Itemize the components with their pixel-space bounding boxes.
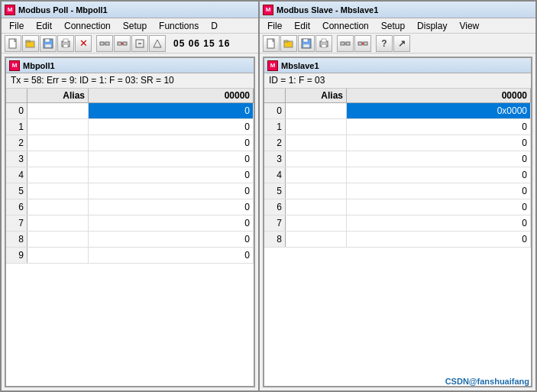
poll-extra2-button[interactable]: [149, 35, 166, 52]
slave-new-button[interactable]: [263, 35, 280, 52]
slave-menu-view[interactable]: View: [453, 19, 485, 33]
slave-toolbar: ? ↗: [260, 34, 535, 53]
slave-cell-alias-1: [286, 119, 347, 134]
slave-menu-bar: File Edit Connection Setup Display View: [260, 18, 535, 34]
poll-open-button[interactable]: [22, 35, 39, 52]
poll-print-button[interactable]: [57, 35, 74, 52]
svg-rect-4: [45, 39, 50, 42]
poll-cell-value-0: 0: [89, 103, 254, 118]
poll-header-alias: Alias: [27, 89, 89, 102]
slave-cell-index-5: 5: [264, 183, 286, 199]
poll-cell-index-2: 2: [6, 135, 27, 151]
slave-grid-header: Alias 00000: [264, 89, 531, 103]
slave-print-button[interactable]: [315, 35, 332, 52]
poll-cell-alias-1: [27, 119, 89, 134]
svg-rect-25: [322, 39, 326, 42]
poll-cell-value-9: 0: [89, 248, 254, 263]
poll-menu-extra[interactable]: D: [205, 19, 224, 33]
slave-row-6[interactable]: 6 0: [264, 199, 531, 215]
poll-cell-alias-7: [27, 215, 89, 231]
svg-rect-13: [123, 42, 127, 45]
slave-menu-file[interactable]: File: [261, 19, 288, 33]
watermark-text: CSDN@fanshuaifang: [445, 377, 529, 386]
slave-sub-title: Mbslave1: [281, 61, 319, 70]
slave-cell-index-2: 2: [264, 135, 286, 151]
slave-menu-display[interactable]: Display: [411, 19, 453, 33]
svg-rect-8: [63, 44, 68, 47]
poll-cell-value-5: 0: [89, 183, 254, 199]
slave-row-1[interactable]: 1 0: [264, 119, 531, 135]
poll-cell-alias-8: [27, 232, 89, 247]
svg-rect-31: [364, 42, 367, 45]
svg-rect-28: [346, 42, 350, 45]
poll-row-7[interactable]: 7 0: [6, 215, 254, 232]
svg-rect-20: [284, 40, 288, 42]
poll-sub-title-bar: M Mbpoll1: [6, 58, 254, 73]
slave-disconnect-button[interactable]: [354, 35, 371, 52]
poll-extra1-button[interactable]: [131, 35, 148, 52]
poll-content: M Mbpoll1 Tx = 58: Err = 9: ID = 1: F = …: [2, 53, 258, 390]
poll-cell-value-6: 0: [89, 199, 254, 215]
poll-row-0[interactable]: 0 0: [6, 103, 254, 119]
slave-save-button[interactable]: [298, 35, 315, 52]
slave-row-7[interactable]: 7 0: [264, 215, 531, 232]
poll-row-6[interactable]: 6 0: [6, 199, 254, 215]
slave-menu-setup[interactable]: Setup: [375, 19, 411, 33]
slave-open-button[interactable]: [280, 35, 297, 52]
poll-row-4[interactable]: 4 0: [6, 167, 254, 183]
poll-sub-icon: M: [9, 60, 20, 71]
slave-status-bar: ID = 1: F = 03: [264, 73, 531, 89]
slave-cell-index-7: 7: [264, 215, 286, 231]
poll-row-1[interactable]: 1 0: [6, 119, 254, 135]
poll-menu-connection[interactable]: Connection: [58, 19, 117, 33]
poll-new-button[interactable]: [5, 35, 21, 52]
poll-connect-button[interactable]: [96, 35, 113, 52]
slave-cell-index-0: 0: [264, 103, 286, 118]
poll-cell-index-1: 1: [6, 119, 27, 134]
slave-cell-alias-4: [286, 167, 347, 183]
slave-menu-edit[interactable]: Edit: [288, 19, 316, 33]
slave-cell-alias-2: [286, 135, 347, 151]
poll-sub-title: Mbpoll1: [23, 61, 55, 70]
poll-row-9[interactable]: 9 0: [6, 248, 254, 264]
poll-disconnect-button[interactable]: [114, 35, 131, 52]
slave-row-8[interactable]: 8 0: [264, 232, 531, 248]
svg-rect-23: [303, 44, 309, 47]
poll-cell-index-6: 6: [6, 199, 27, 215]
poll-cell-index-5: 5: [6, 183, 27, 199]
poll-toolbar: ✕ 05 06 15 16: [2, 34, 258, 53]
poll-row-5[interactable]: 5 0: [6, 183, 254, 199]
slave-cell-value-8: 0: [347, 232, 531, 247]
slave-cell-value-7: 0: [347, 215, 531, 231]
poll-save-button[interactable]: [40, 35, 57, 52]
slave-help-button[interactable]: ?: [376, 35, 393, 52]
poll-cell-alias-5: [27, 183, 89, 199]
slave-help2-button[interactable]: ↗: [393, 35, 410, 52]
slave-header-value: 00000: [347, 89, 531, 102]
poll-cell-value-7: 0: [89, 215, 254, 231]
slave-row-4[interactable]: 4 0: [264, 167, 531, 183]
poll-cell-value-8: 0: [89, 232, 254, 247]
poll-menu-file[interactable]: File: [3, 19, 30, 33]
poll-row-8[interactable]: 8 0: [6, 232, 254, 248]
poll-row-2[interactable]: 2 0: [6, 135, 254, 151]
slave-row-5[interactable]: 5 0: [264, 183, 531, 199]
slave-cell-alias-8: [286, 232, 347, 247]
poll-menu-edit[interactable]: Edit: [30, 19, 58, 33]
slave-row-2[interactable]: 2 0: [264, 135, 531, 151]
poll-status-text: Tx = 58: Err = 9: ID = 1: F = 03: SR = 1…: [11, 75, 174, 86]
poll-row-3[interactable]: 3 0: [6, 151, 254, 167]
poll-header-value: 00000: [89, 89, 254, 102]
poll-title-text: Modbus Poll - Mbpoll1: [18, 5, 108, 15]
slave-row-3[interactable]: 3 0: [264, 151, 531, 167]
poll-menu-functions[interactable]: Functions: [153, 19, 205, 33]
slave-menu-connection[interactable]: Connection: [316, 19, 375, 33]
poll-cut-button[interactable]: ✕: [75, 35, 92, 52]
slave-header-alias: Alias: [286, 89, 347, 102]
slave-row-0[interactable]: 0 0x0000: [264, 103, 531, 119]
slave-connect-button[interactable]: [337, 35, 354, 52]
slave-cell-value-4: 0: [347, 167, 531, 183]
svg-rect-30: [358, 42, 362, 45]
poll-cell-index-3: 3: [6, 151, 27, 167]
poll-menu-setup[interactable]: Setup: [117, 19, 153, 33]
